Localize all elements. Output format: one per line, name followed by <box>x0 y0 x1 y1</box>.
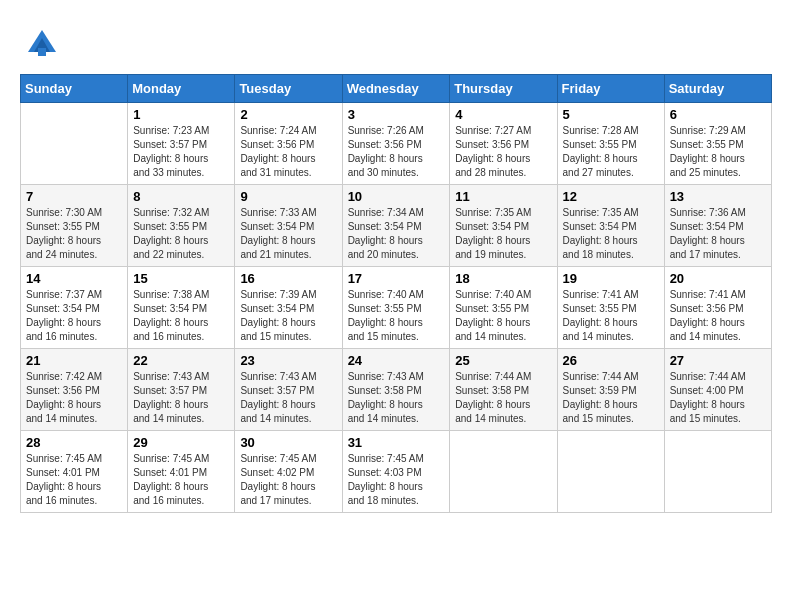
calendar-cell: 27Sunrise: 7:44 AM Sunset: 4:00 PM Dayli… <box>664 349 771 431</box>
calendar-cell: 18Sunrise: 7:40 AM Sunset: 3:55 PM Dayli… <box>450 267 557 349</box>
day-info: Sunrise: 7:38 AM Sunset: 3:54 PM Dayligh… <box>133 288 229 344</box>
calendar-cell: 28Sunrise: 7:45 AM Sunset: 4:01 PM Dayli… <box>21 431 128 513</box>
day-info: Sunrise: 7:29 AM Sunset: 3:55 PM Dayligh… <box>670 124 766 180</box>
logo-icon <box>20 20 64 64</box>
calendar-cell: 3Sunrise: 7:26 AM Sunset: 3:56 PM Daylig… <box>342 103 450 185</box>
day-number: 3 <box>348 107 445 122</box>
calendar-cell: 2Sunrise: 7:24 AM Sunset: 3:56 PM Daylig… <box>235 103 342 185</box>
day-number: 13 <box>670 189 766 204</box>
day-info: Sunrise: 7:35 AM Sunset: 3:54 PM Dayligh… <box>455 206 551 262</box>
day-number: 21 <box>26 353 122 368</box>
day-info: Sunrise: 7:42 AM Sunset: 3:56 PM Dayligh… <box>26 370 122 426</box>
calendar-header-row: SundayMondayTuesdayWednesdayThursdayFrid… <box>21 75 772 103</box>
day-info: Sunrise: 7:45 AM Sunset: 4:03 PM Dayligh… <box>348 452 445 508</box>
calendar-week-5: 28Sunrise: 7:45 AM Sunset: 4:01 PM Dayli… <box>21 431 772 513</box>
calendar-cell: 24Sunrise: 7:43 AM Sunset: 3:58 PM Dayli… <box>342 349 450 431</box>
svg-rect-2 <box>38 48 46 56</box>
day-info: Sunrise: 7:41 AM Sunset: 3:56 PM Dayligh… <box>670 288 766 344</box>
calendar-cell: 10Sunrise: 7:34 AM Sunset: 3:54 PM Dayli… <box>342 185 450 267</box>
day-number: 9 <box>240 189 336 204</box>
day-info: Sunrise: 7:44 AM Sunset: 3:59 PM Dayligh… <box>563 370 659 426</box>
calendar-cell <box>450 431 557 513</box>
calendar-cell: 23Sunrise: 7:43 AM Sunset: 3:57 PM Dayli… <box>235 349 342 431</box>
day-info: Sunrise: 7:37 AM Sunset: 3:54 PM Dayligh… <box>26 288 122 344</box>
day-number: 27 <box>670 353 766 368</box>
day-number: 4 <box>455 107 551 122</box>
calendar-cell <box>664 431 771 513</box>
calendar-cell: 22Sunrise: 7:43 AM Sunset: 3:57 PM Dayli… <box>128 349 235 431</box>
day-info: Sunrise: 7:40 AM Sunset: 3:55 PM Dayligh… <box>455 288 551 344</box>
calendar-cell: 16Sunrise: 7:39 AM Sunset: 3:54 PM Dayli… <box>235 267 342 349</box>
calendar-cell: 15Sunrise: 7:38 AM Sunset: 3:54 PM Dayli… <box>128 267 235 349</box>
day-info: Sunrise: 7:43 AM Sunset: 3:57 PM Dayligh… <box>240 370 336 426</box>
day-number: 29 <box>133 435 229 450</box>
calendar-cell: 7Sunrise: 7:30 AM Sunset: 3:55 PM Daylig… <box>21 185 128 267</box>
day-number: 6 <box>670 107 766 122</box>
calendar-cell: 29Sunrise: 7:45 AM Sunset: 4:01 PM Dayli… <box>128 431 235 513</box>
day-number: 17 <box>348 271 445 286</box>
day-number: 25 <box>455 353 551 368</box>
day-info: Sunrise: 7:35 AM Sunset: 3:54 PM Dayligh… <box>563 206 659 262</box>
calendar-cell: 8Sunrise: 7:32 AM Sunset: 3:55 PM Daylig… <box>128 185 235 267</box>
day-number: 15 <box>133 271 229 286</box>
day-info: Sunrise: 7:43 AM Sunset: 3:58 PM Dayligh… <box>348 370 445 426</box>
calendar-cell: 26Sunrise: 7:44 AM Sunset: 3:59 PM Dayli… <box>557 349 664 431</box>
day-info: Sunrise: 7:27 AM Sunset: 3:56 PM Dayligh… <box>455 124 551 180</box>
weekday-header-thursday: Thursday <box>450 75 557 103</box>
calendar-cell: 9Sunrise: 7:33 AM Sunset: 3:54 PM Daylig… <box>235 185 342 267</box>
calendar-week-1: 1Sunrise: 7:23 AM Sunset: 3:57 PM Daylig… <box>21 103 772 185</box>
calendar-cell: 13Sunrise: 7:36 AM Sunset: 3:54 PM Dayli… <box>664 185 771 267</box>
day-number: 8 <box>133 189 229 204</box>
day-number: 24 <box>348 353 445 368</box>
day-number: 2 <box>240 107 336 122</box>
calendar-cell: 19Sunrise: 7:41 AM Sunset: 3:55 PM Dayli… <box>557 267 664 349</box>
calendar-week-3: 14Sunrise: 7:37 AM Sunset: 3:54 PM Dayli… <box>21 267 772 349</box>
day-number: 1 <box>133 107 229 122</box>
calendar-week-2: 7Sunrise: 7:30 AM Sunset: 3:55 PM Daylig… <box>21 185 772 267</box>
weekday-header-wednesday: Wednesday <box>342 75 450 103</box>
day-info: Sunrise: 7:39 AM Sunset: 3:54 PM Dayligh… <box>240 288 336 344</box>
day-number: 16 <box>240 271 336 286</box>
calendar-cell <box>21 103 128 185</box>
day-info: Sunrise: 7:23 AM Sunset: 3:57 PM Dayligh… <box>133 124 229 180</box>
weekday-header-tuesday: Tuesday <box>235 75 342 103</box>
day-number: 23 <box>240 353 336 368</box>
weekday-header-saturday: Saturday <box>664 75 771 103</box>
weekday-header-sunday: Sunday <box>21 75 128 103</box>
day-info: Sunrise: 7:41 AM Sunset: 3:55 PM Dayligh… <box>563 288 659 344</box>
calendar-cell: 11Sunrise: 7:35 AM Sunset: 3:54 PM Dayli… <box>450 185 557 267</box>
day-number: 26 <box>563 353 659 368</box>
day-info: Sunrise: 7:40 AM Sunset: 3:55 PM Dayligh… <box>348 288 445 344</box>
calendar-cell: 12Sunrise: 7:35 AM Sunset: 3:54 PM Dayli… <box>557 185 664 267</box>
calendar-cell: 6Sunrise: 7:29 AM Sunset: 3:55 PM Daylig… <box>664 103 771 185</box>
day-info: Sunrise: 7:36 AM Sunset: 3:54 PM Dayligh… <box>670 206 766 262</box>
day-info: Sunrise: 7:43 AM Sunset: 3:57 PM Dayligh… <box>133 370 229 426</box>
day-number: 28 <box>26 435 122 450</box>
calendar-week-4: 21Sunrise: 7:42 AM Sunset: 3:56 PM Dayli… <box>21 349 772 431</box>
calendar-cell: 25Sunrise: 7:44 AM Sunset: 3:58 PM Dayli… <box>450 349 557 431</box>
calendar-cell: 14Sunrise: 7:37 AM Sunset: 3:54 PM Dayli… <box>21 267 128 349</box>
day-info: Sunrise: 7:33 AM Sunset: 3:54 PM Dayligh… <box>240 206 336 262</box>
day-info: Sunrise: 7:32 AM Sunset: 3:55 PM Dayligh… <box>133 206 229 262</box>
day-number: 22 <box>133 353 229 368</box>
calendar-cell: 21Sunrise: 7:42 AM Sunset: 3:56 PM Dayli… <box>21 349 128 431</box>
calendar-cell: 4Sunrise: 7:27 AM Sunset: 3:56 PM Daylig… <box>450 103 557 185</box>
calendar-table: SundayMondayTuesdayWednesdayThursdayFrid… <box>20 74 772 513</box>
day-number: 31 <box>348 435 445 450</box>
day-info: Sunrise: 7:44 AM Sunset: 4:00 PM Dayligh… <box>670 370 766 426</box>
day-number: 5 <box>563 107 659 122</box>
calendar-cell: 20Sunrise: 7:41 AM Sunset: 3:56 PM Dayli… <box>664 267 771 349</box>
day-info: Sunrise: 7:45 AM Sunset: 4:02 PM Dayligh… <box>240 452 336 508</box>
day-info: Sunrise: 7:24 AM Sunset: 3:56 PM Dayligh… <box>240 124 336 180</box>
calendar-cell: 5Sunrise: 7:28 AM Sunset: 3:55 PM Daylig… <box>557 103 664 185</box>
day-info: Sunrise: 7:28 AM Sunset: 3:55 PM Dayligh… <box>563 124 659 180</box>
day-number: 19 <box>563 271 659 286</box>
day-info: Sunrise: 7:34 AM Sunset: 3:54 PM Dayligh… <box>348 206 445 262</box>
calendar-cell: 1Sunrise: 7:23 AM Sunset: 3:57 PM Daylig… <box>128 103 235 185</box>
calendar-cell <box>557 431 664 513</box>
day-number: 12 <box>563 189 659 204</box>
weekday-header-friday: Friday <box>557 75 664 103</box>
day-number: 10 <box>348 189 445 204</box>
day-number: 7 <box>26 189 122 204</box>
calendar-cell: 17Sunrise: 7:40 AM Sunset: 3:55 PM Dayli… <box>342 267 450 349</box>
